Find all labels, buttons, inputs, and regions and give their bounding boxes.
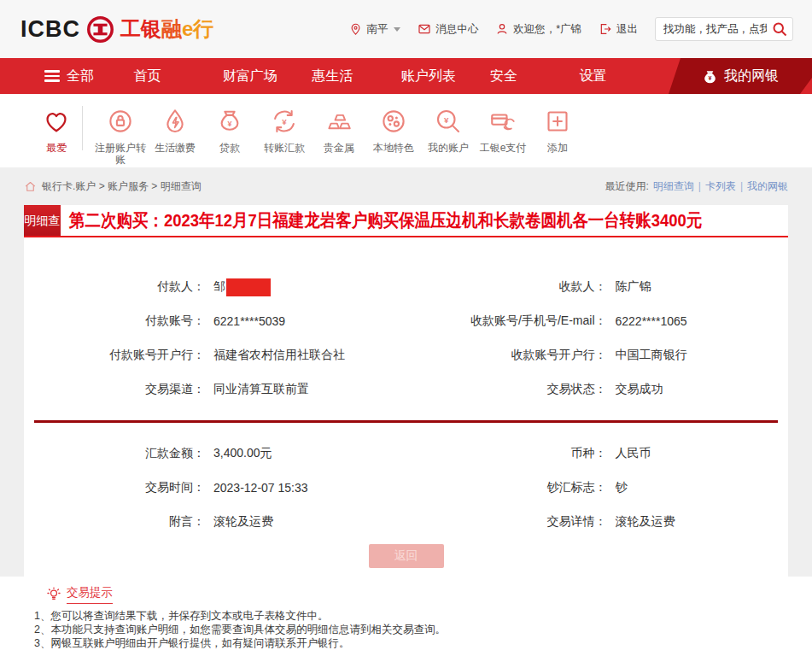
- quick-item-transfer-remit[interactable]: ¥ 转账汇款: [257, 104, 312, 154]
- register-transfer-icon: [105, 104, 136, 138]
- nav-item-wealth[interactable]: 财富广场: [223, 67, 312, 85]
- breadcrumb-path: 银行卡.账户 > 账户服务 > 明细查询: [42, 179, 202, 194]
- nav-item-all[interactable]: 全部: [44, 67, 133, 85]
- location-selector[interactable]: 南平: [349, 22, 400, 37]
- field-label: 交易渠道：: [24, 382, 205, 397]
- field-label: 交易详情：: [406, 514, 607, 530]
- menu-icon: [44, 70, 60, 82]
- field-currency: 币种： 人民币: [406, 436, 789, 471]
- epay-card-icon: [488, 104, 518, 138]
- svg-text:¥: ¥: [709, 74, 712, 81]
- recent-link-detail-query[interactable]: 明细查询: [653, 179, 694, 194]
- welcome-user[interactable]: 欢迎您，*广锦: [495, 22, 581, 37]
- tip-item: 1、您可以将查询结果下载，并保存到文本或电子表格文件中。: [34, 610, 795, 624]
- tips-header: 交易提示: [46, 585, 795, 604]
- heart-icon: [41, 104, 72, 138]
- field-trans-detail: 交易详情： 滚轮及运费: [406, 505, 789, 539]
- svg-text:¥: ¥: [444, 115, 449, 125]
- quick-item-favorites[interactable]: 最爱: [34, 104, 79, 154]
- quick-item-label: 转账汇款: [264, 142, 305, 154]
- search-icon[interactable]: [771, 20, 788, 38]
- field-value: 人民币: [616, 446, 651, 461]
- quick-item-label: 本地特色: [373, 142, 414, 154]
- logout-button[interactable]: 退出: [599, 22, 638, 37]
- nav-item-my-ebank[interactable]: ¥ 我的网银: [669, 58, 812, 94]
- tip-item: 2、本功能只支持查询账户明细，如您需要查询具体交易的明细信息请到相关交易查询。: [34, 624, 795, 637]
- envelope-icon: [418, 22, 431, 36]
- field-label: 收款人：: [406, 279, 607, 295]
- card-header: 明细查询 第二次购买：2023年12月7日福建龙岩客户购买保温压边机和长款卷圆机…: [24, 205, 788, 237]
- recent-link-card-list[interactable]: 卡列表: [705, 179, 736, 194]
- quick-item-local-features[interactable]: 本地特色: [366, 104, 421, 154]
- quick-item-life-payment[interactable]: 生活缴费: [148, 104, 202, 154]
- tab-detail-query[interactable]: 明细查询: [24, 205, 61, 236]
- field-payer-account: 付款账号： 6221****5039: [24, 304, 406, 338]
- field-value: 滚轮及运费: [213, 514, 273, 530]
- quick-item-label: 添加: [547, 142, 568, 154]
- field-channel: 交易渠道： 同业清算互联前置: [24, 372, 406, 407]
- field-payee-account: 收款账号/手机号/E-mail： 6222****1065: [406, 304, 789, 338]
- field-label: 交易时间：: [24, 480, 205, 495]
- nav-item-label: 全部: [67, 67, 94, 85]
- field-value: 中国工商银行: [616, 348, 687, 363]
- recent-link-my-ebank[interactable]: 我的网银: [747, 179, 788, 194]
- field-label: 币种：: [406, 446, 607, 461]
- quick-item-epay[interactable]: 工银e支付: [476, 104, 530, 154]
- field-value: 福建省农村信用社联合社: [213, 348, 345, 363]
- nav-item-home[interactable]: 首页: [133, 67, 222, 85]
- field-label: 收款账号开户行：: [406, 348, 607, 363]
- field-label: 付款账号开户行：: [24, 348, 205, 363]
- tips-title: 交易提示: [67, 585, 113, 604]
- quick-item-label: 贷款: [219, 142, 240, 154]
- svg-text:¥: ¥: [282, 117, 287, 126]
- detail-form-bottom: 汇款金额： 3,400.00元 币种： 人民币 交易时间： 2023-12-07…: [24, 423, 788, 539]
- nav-item-accounts[interactable]: 账户列表: [401, 67, 490, 85]
- nav-item-settings[interactable]: 设置: [580, 67, 669, 85]
- gold-ingots-icon: [324, 104, 354, 138]
- add-icon: [542, 104, 573, 138]
- quick-item-label: 我的账户: [428, 142, 469, 154]
- back-button[interactable]: 返回: [369, 544, 444, 568]
- logout-icon: [599, 22, 612, 36]
- field-payer: 付款人： 邹: [24, 270, 406, 304]
- field-status: 交易状态： 交易成功: [406, 372, 789, 407]
- field-value: 2023-12-07 15:33: [213, 481, 308, 495]
- quick-item-register-transfer[interactable]: 注册账户转账: [93, 104, 148, 166]
- field-label: 汇款金额：: [24, 446, 205, 461]
- divider-text: |: [698, 180, 701, 192]
- icbc-logo[interactable]: ICBC 工银融e行: [20, 15, 213, 44]
- recent-used: 最近使用: 明细查询 | 卡列表 | 我的网银: [605, 179, 788, 194]
- quick-item-add[interactable]: 添加: [530, 104, 585, 154]
- quick-item-precious-metals[interactable]: 贵金属: [312, 104, 366, 154]
- my-ebank-label: 我的网银: [724, 67, 779, 85]
- field-value: 滚轮及运费: [616, 514, 675, 530]
- icbc-emblem-icon: [86, 15, 114, 44]
- quick-item-my-account[interactable]: ¥ 我的账户: [421, 104, 476, 154]
- location-pin-icon: [349, 23, 362, 36]
- quick-item-loan[interactable]: ¥ 贷款: [202, 104, 257, 154]
- message-center-link[interactable]: 消息中心: [418, 22, 478, 37]
- logo-cn-text: 工银融e行: [120, 15, 213, 43]
- nav-item-life[interactable]: 惠生活: [312, 67, 400, 85]
- field-time: 交易时间： 2023-12-07 15:33: [24, 471, 406, 505]
- field-label: 付款账号：: [24, 313, 205, 329]
- breadcrumb-row: 银行卡.账户 > 账户服务 > 明细查询 最近使用: 明细查询 | 卡列表 | …: [0, 167, 812, 205]
- quick-item-label: 最爱: [46, 142, 67, 154]
- svg-text:¥: ¥: [227, 120, 231, 128]
- user-icon: [495, 22, 509, 36]
- top-header: ICBC 工银融e行 南平: [0, 0, 812, 58]
- main-nav: 全部 首页 财富广场 惠生活 账户列表 安全 设置 ¥ 我的网银: [0, 58, 812, 94]
- account-search-icon: ¥: [433, 104, 464, 138]
- loan-moneybag-icon: ¥: [214, 104, 245, 138]
- field-value: 6221****5039: [213, 314, 285, 328]
- quick-item-label: 生活缴费: [155, 142, 196, 154]
- nav-item-security[interactable]: 安全: [490, 67, 579, 85]
- breadcrumb[interactable]: 银行卡.账户 > 账户服务 > 明细查询: [24, 179, 202, 194]
- home-icon: [24, 180, 37, 193]
- quick-item-label: 贵金属: [324, 142, 354, 154]
- life-payment-icon: [160, 104, 190, 138]
- money-bag-icon: ¥: [702, 68, 718, 85]
- detail-form-top: 付款人： 邹 收款人： 陈广锦 付款账号： 6221****5039 收款账号/…: [24, 237, 788, 407]
- redaction-block: [226, 278, 271, 296]
- tip-item: 3、网银互联账户明细由开户银行提供，如有疑问请联系开户银行。: [34, 637, 795, 651]
